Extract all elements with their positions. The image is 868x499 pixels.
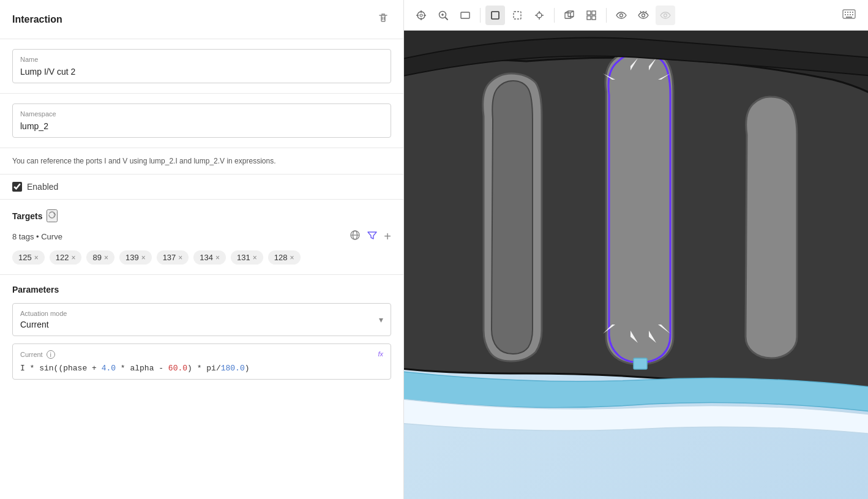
panel-title: Interaction bbox=[12, 14, 62, 25]
add-tag-button[interactable]: + bbox=[384, 230, 391, 242]
node-tool-button[interactable] bbox=[529, 6, 549, 25]
tag-label: 125 bbox=[18, 253, 32, 262]
tag-label: 131 bbox=[237, 253, 250, 262]
toolbar-separator-1 bbox=[480, 8, 481, 23]
right-panel bbox=[404, 0, 868, 499]
targets-header: Targets bbox=[12, 209, 391, 222]
eye-highlight-button[interactable] bbox=[656, 6, 675, 25]
parameters-section: Parameters Actuation mode Current ▾ Curr… bbox=[0, 275, 403, 389]
tag-chip-139: 139 × bbox=[119, 250, 152, 265]
svg-rect-29 bbox=[587, 11, 591, 15]
square-tool-button[interactable] bbox=[485, 6, 505, 25]
name-field[interactable]: Name Lump I/V cut 2 bbox=[12, 49, 391, 83]
svg-point-19 bbox=[537, 13, 542, 18]
svg-rect-30 bbox=[592, 11, 596, 15]
svg-rect-16 bbox=[461, 12, 470, 18]
svg-rect-47 bbox=[852, 14, 853, 15]
crosshair-tool-button[interactable] bbox=[411, 6, 431, 25]
enabled-label[interactable]: Enabled bbox=[27, 182, 58, 192]
toolbar-separator-3 bbox=[606, 8, 607, 23]
svg-rect-44 bbox=[845, 14, 846, 15]
tag-remove-89[interactable]: × bbox=[104, 254, 108, 261]
globe-button[interactable] bbox=[350, 230, 361, 243]
fx-badge: fx bbox=[378, 350, 383, 358]
tag-chip-137: 137 × bbox=[157, 250, 189, 265]
namespace-field[interactable]: Namespace lump_2 bbox=[12, 103, 391, 138]
tag-remove-128[interactable]: × bbox=[290, 254, 294, 261]
svg-rect-46 bbox=[850, 14, 851, 15]
actuation-mode-value: Current bbox=[20, 320, 383, 329]
namespace-value: lump_2 bbox=[20, 121, 383, 131]
svg-rect-32 bbox=[592, 16, 596, 20]
targets-section: Targets 8 tags • Curve bbox=[0, 200, 403, 275]
name-value: Lump I/V cut 2 bbox=[20, 67, 383, 77]
current-header: Current i bbox=[20, 350, 383, 359]
tag-label: 134 bbox=[200, 253, 213, 262]
panel-header: Interaction bbox=[0, 10, 403, 39]
filter-button[interactable] bbox=[367, 230, 378, 243]
dropdown-arrow-icon: ▾ bbox=[379, 315, 383, 325]
current-label: Current bbox=[20, 351, 43, 358]
tag-label: 137 bbox=[163, 253, 176, 262]
refresh-button[interactable] bbox=[47, 209, 58, 222]
left-panel: Interaction Name Lump I/V cut 2 Namespac… bbox=[0, 0, 404, 499]
tag-chip-134: 134 × bbox=[193, 250, 226, 265]
tag-label: 139 bbox=[125, 253, 139, 262]
svg-rect-40 bbox=[845, 12, 846, 13]
tags-container: 125 × 122 × 89 × 139 × 137 × 134 × bbox=[12, 250, 391, 265]
name-section: Name Lump I/V cut 2 bbox=[0, 39, 403, 94]
tags-actions: + bbox=[350, 230, 391, 243]
svg-line-37 bbox=[646, 11, 646, 12]
rectangle-tool-button[interactable] bbox=[455, 6, 475, 25]
tag-remove-134[interactable]: × bbox=[215, 254, 220, 261]
tag-chip-89: 89 × bbox=[86, 250, 114, 265]
svg-rect-45 bbox=[847, 14, 848, 15]
scene-background bbox=[404, 31, 868, 499]
actuation-mode-field[interactable]: Actuation mode Current ▾ bbox=[12, 303, 391, 336]
eye-open-button[interactable] bbox=[612, 6, 631, 25]
svg-point-34 bbox=[642, 13, 645, 17]
current-field[interactable]: Current i fx I * sin((phase + 4.0 * alph… bbox=[12, 343, 391, 380]
delete-button[interactable] bbox=[375, 10, 391, 29]
3d-view-button[interactable] bbox=[559, 6, 579, 25]
tag-remove-137[interactable]: × bbox=[178, 254, 182, 261]
svg-rect-31 bbox=[587, 16, 591, 20]
enabled-row: Enabled bbox=[0, 174, 403, 200]
targets-title: Targets bbox=[12, 211, 43, 221]
viewport[interactable] bbox=[404, 31, 868, 499]
helper-text: You can reference the ports I and V usin… bbox=[0, 148, 403, 174]
namespace-label: Namespace bbox=[20, 110, 383, 118]
tag-remove-139[interactable]: × bbox=[141, 254, 146, 261]
toolbar-left bbox=[411, 6, 675, 25]
svg-rect-17 bbox=[492, 12, 499, 19]
parameters-title: Parameters bbox=[12, 285, 391, 295]
tags-row: 8 tags • Curve + bbox=[12, 230, 391, 243]
svg-rect-48 bbox=[846, 17, 852, 18]
svg-rect-58 bbox=[634, 358, 647, 369]
tag-remove-122[interactable]: × bbox=[71, 254, 75, 261]
tag-chip-125: 125 × bbox=[12, 250, 45, 265]
keyboard-button[interactable] bbox=[837, 6, 861, 24]
svg-marker-5 bbox=[368, 232, 376, 239]
tag-remove-125[interactable]: × bbox=[34, 254, 39, 261]
eye-lines-button[interactable] bbox=[634, 6, 653, 25]
tags-info: 8 tags • Curve bbox=[12, 232, 62, 241]
svg-point-11 bbox=[420, 14, 422, 17]
toolbar-right bbox=[837, 6, 861, 24]
svg-rect-41 bbox=[847, 12, 848, 13]
tag-chip-128: 128 × bbox=[268, 250, 301, 265]
grid-button[interactable] bbox=[582, 6, 601, 25]
actuation-mode-label: Actuation mode bbox=[20, 310, 383, 317]
info-icon: i bbox=[47, 350, 55, 359]
tag-remove-131[interactable]: × bbox=[253, 254, 257, 261]
zoom-tool-button[interactable] bbox=[433, 6, 453, 25]
toolbar-separator-2 bbox=[554, 8, 555, 23]
tag-label: 89 bbox=[92, 253, 101, 262]
tag-chip-131: 131 × bbox=[231, 250, 263, 265]
svg-rect-18 bbox=[514, 12, 521, 19]
svg-line-35 bbox=[640, 11, 641, 12]
formula-display: I * sin((phase + 4.0 * alpha - 60.0) * p… bbox=[20, 364, 383, 373]
tag-chip-122: 122 × bbox=[50, 250, 82, 265]
dotted-rect-tool-button[interactable] bbox=[507, 6, 527, 25]
enabled-checkbox[interactable] bbox=[12, 182, 22, 192]
